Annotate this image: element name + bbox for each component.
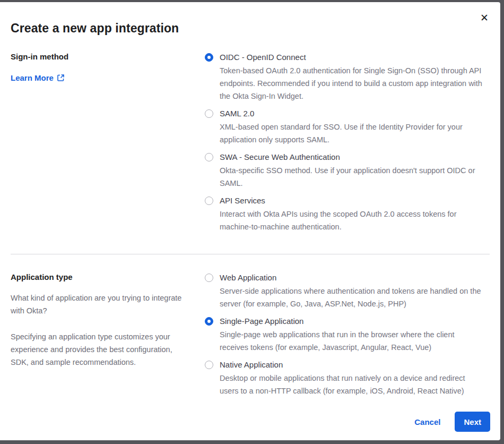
- radio-option-label[interactable]: API Services: [220, 195, 484, 207]
- radio-option-single-page-application[interactable]: Single-Page Application Single-page web …: [205, 315, 484, 354]
- learn-more-link[interactable]: Learn More: [11, 73, 64, 82]
- radio-option-description: Single-page web applications that run in…: [220, 328, 484, 354]
- radio-option-label[interactable]: OIDC - OpenID Connect: [220, 52, 484, 63]
- radio-option-saml[interactable]: SAML 2.0 XML-based open standard for SSO…: [205, 108, 484, 146]
- radio-button[interactable]: [205, 153, 213, 161]
- signin-method-label: Sign-in method: [11, 52, 184, 62]
- section-divider: [11, 254, 490, 254]
- radio-option-description: XML-based open standard for SSO. Use if …: [220, 121, 484, 146]
- screen-frame: ✕ Create a new app integration Sign-in m…: [0, 0, 504, 444]
- radio-button[interactable]: [205, 197, 213, 205]
- next-button[interactable]: Next: [455, 412, 490, 432]
- radio-option-label[interactable]: SWA - Secure Web Authentication: [220, 151, 484, 163]
- radio-button[interactable]: [205, 109, 213, 118]
- cancel-button[interactable]: Cancel: [414, 417, 440, 426]
- radio-button[interactable]: [205, 53, 213, 62]
- radio-option-swa[interactable]: SWA - Secure Web Authentication Okta-spe…: [205, 151, 484, 190]
- learn-more-label: Learn More: [11, 73, 54, 82]
- page-title: Create a new app integration: [11, 21, 490, 36]
- radio-option-description: Token-based OAuth 2.0 authentication for…: [220, 64, 484, 103]
- create-app-integration-dialog: ✕ Create a new app integration Sign-in m…: [0, 2, 500, 440]
- radio-option-description: Desktop or mobile applications that run …: [220, 372, 484, 397]
- external-link-icon: [57, 74, 64, 81]
- signin-method-section: Sign-in method Learn More: [11, 52, 490, 233]
- radio-option-oidc[interactable]: OIDC - OpenID Connect Token-based OAuth …: [205, 52, 484, 103]
- radio-button[interactable]: [205, 274, 213, 282]
- radio-button[interactable]: [205, 317, 213, 326]
- radio-option-description: Interact with Okta APIs using the scoped…: [220, 208, 484, 233]
- radio-button[interactable]: [205, 361, 213, 369]
- dialog-footer: Cancel Next: [414, 412, 490, 432]
- application-type-intro: What kind of application are you trying …: [11, 292, 184, 317]
- radio-option-api-services[interactable]: API Services Interact with Okta APIs usi…: [205, 195, 484, 233]
- close-icon[interactable]: ✕: [479, 12, 490, 24]
- application-type-section: Application type What kind of applicatio…: [11, 272, 490, 397]
- radio-option-web-application[interactable]: Web Application Server-side applications…: [205, 272, 484, 310]
- application-type-label: Application type: [11, 272, 184, 283]
- radio-option-native-application[interactable]: Native Application Desktop or mobile app…: [205, 359, 484, 397]
- radio-option-label[interactable]: Native Application: [220, 359, 484, 371]
- radio-option-label[interactable]: SAML 2.0: [220, 108, 484, 119]
- radio-option-description: Server-side applications where authentic…: [220, 285, 484, 310]
- radio-option-label[interactable]: Single-Page Application: [220, 315, 484, 327]
- radio-option-description: Okta-specific SSO method. Use if your ap…: [220, 164, 484, 190]
- application-type-detail: Specifying an application type customize…: [11, 330, 184, 369]
- radio-option-label[interactable]: Web Application: [220, 272, 484, 284]
